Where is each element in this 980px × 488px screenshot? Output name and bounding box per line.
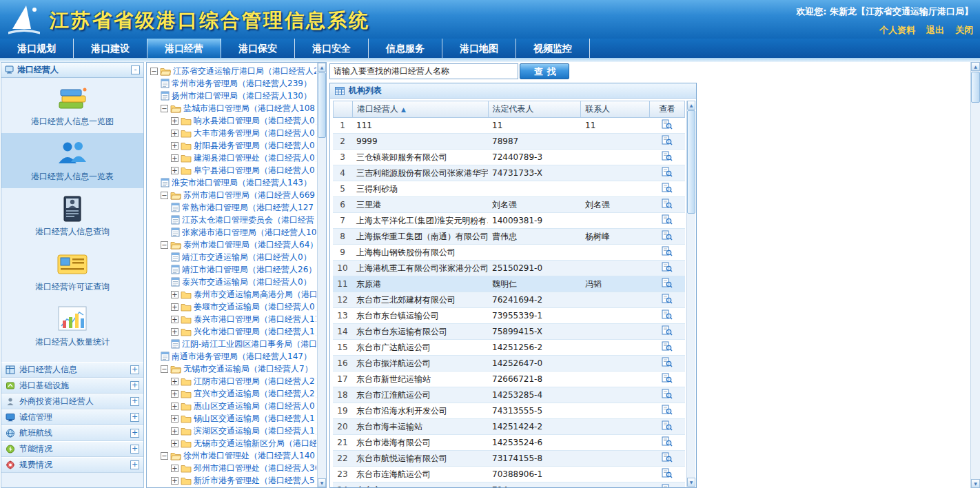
expand-button[interactable]: +	[130, 397, 139, 406]
tree-item[interactable]: +泰州市交通运输局高港分局（港口经	[148, 288, 316, 301]
expand-icon[interactable]: +	[171, 415, 178, 423]
view-icon[interactable]	[662, 407, 673, 417]
expand-button[interactable]: +	[130, 381, 139, 390]
table-row[interactable]: 6三里港刘名强刘名强	[333, 197, 685, 213]
table-row[interactable]: 18东台市江淮航运公司14253285-4	[333, 387, 685, 403]
tree-item[interactable]: +阜宁县港口管理局（港口经营人0）	[148, 164, 316, 176]
collapse-icon[interactable]: −	[161, 365, 168, 373]
expand-icon[interactable]: +	[171, 328, 178, 336]
table-row[interactable]: 19东台市沿海水利开发公司74313555-5	[333, 403, 685, 419]
tree-item[interactable]: +惠山区交通运输局（港口经营人0）	[148, 400, 316, 412]
table-row[interactable]: 3三仓镇装卸服务有限公司72440789-3	[333, 150, 685, 165]
scroll-up-icon[interactable]: ▲	[971, 62, 980, 71]
tree-item[interactable]: +响水县港口管理局（港口经营人0）	[148, 114, 316, 127]
view-icon[interactable]	[662, 154, 673, 163]
view-icon[interactable]	[662, 376, 673, 385]
scroll-up-icon[interactable]: ▲	[687, 101, 695, 110]
collapse-icon[interactable]: −	[161, 105, 168, 112]
tree-item[interactable]: +无锡市交通运输新区分局（港口经营	[148, 437, 316, 449]
expand-icon[interactable]: +	[171, 154, 178, 162]
header-link-关闭[interactable]: 关闭	[955, 25, 973, 35]
table-row[interactable]: 5三得利砂场	[333, 181, 685, 197]
sidebar-panel-节能情况[interactable]: 节能情况+	[1, 441, 143, 457]
scroll-thumb[interactable]	[318, 72, 326, 138]
tree-item[interactable]: 常熟市港口管理局（港口经营人127	[148, 201, 316, 214]
sidebar-item-港口经营人信息查询[interactable]: 港口经营人信息查询	[1, 188, 143, 243]
tree-item[interactable]: 淮安市港口管理局（港口经营人143）	[148, 176, 316, 189]
table-row[interactable]: 9上海梅山钢铁股份有限公司	[333, 245, 685, 261]
tree-item[interactable]: +新沂市港务管理处（港口经营人5）	[148, 474, 316, 487]
sidebar-item-港口经营许可证查询[interactable]: 港口经营许可证查询	[1, 243, 143, 298]
view-icon[interactable]	[662, 312, 673, 322]
tree-item[interactable]: 泰兴市交通运输局（港口经营人0）	[148, 276, 316, 288]
search-button[interactable]: 查找	[520, 63, 569, 79]
sidebar-header[interactable]: 港口经营人 -	[1, 63, 143, 78]
table-row[interactable]: 12东台市三北郊建材有限公司76241694-2	[333, 292, 685, 308]
tree-item[interactable]: −江苏省交通运输厅港口局（港口经营人200	[148, 65, 316, 77]
tab-港口地图[interactable]: 港口地图	[442, 39, 516, 58]
table-row[interactable]: 11111111	[333, 118, 685, 134]
expand-icon[interactable]: +	[171, 130, 178, 137]
tab-港口经营[interactable]: 港口经营	[147, 39, 221, 58]
collapse-icon[interactable]: −	[161, 192, 168, 199]
scroll-down-icon[interactable]: ▼	[318, 478, 326, 487]
scroll-up-icon[interactable]: ▲	[318, 63, 326, 72]
view-icon[interactable]	[662, 122, 673, 132]
expand-icon[interactable]: +	[171, 117, 178, 125]
expand-icon[interactable]: +	[171, 465, 178, 472]
page-scrollbar[interactable]: ▲ ▼	[970, 62, 980, 488]
view-icon[interactable]	[662, 233, 673, 243]
expand-icon[interactable]: +	[171, 390, 178, 398]
tree-item[interactable]: 靖江市港口管理局（港口经营人26）	[148, 263, 316, 276]
view-icon[interactable]	[662, 265, 673, 274]
tree-item[interactable]: +姜堰市交通运输局（港口经营人0）	[148, 301, 316, 313]
sidebar-panel-规费情况[interactable]: 规费情况+	[1, 457, 143, 473]
tree-item[interactable]: +江阴市港口管理局（港口经营人2）	[148, 375, 316, 387]
view-icon[interactable]	[662, 217, 673, 227]
view-icon[interactable]	[662, 138, 673, 148]
tree-item[interactable]: +建湖县港口管理处（港口经营人0）	[148, 152, 316, 164]
tab-视频监控[interactable]: 视频监控	[516, 39, 590, 58]
expand-icon[interactable]: +	[171, 440, 178, 447]
tree-item[interactable]: −徐州市港口管理处（港口经营人140）	[148, 449, 316, 462]
view-icon[interactable]	[662, 185, 673, 195]
tree-item[interactable]: +兴化市港口管理局（港口经营人1）	[148, 325, 316, 338]
tree-item[interactable]: 靖江市交通运输局（港口经营人0）	[148, 251, 316, 263]
col-header-view[interactable]: 查看	[650, 101, 684, 117]
view-icon[interactable]	[662, 487, 673, 487]
view-icon[interactable]	[662, 439, 673, 449]
view-icon[interactable]	[662, 392, 673, 401]
expand-icon[interactable]: +	[171, 167, 178, 174]
view-icon[interactable]	[662, 471, 673, 480]
sidebar-item-港口经营人数量统计[interactable]: 港口经营人数量统计	[1, 298, 143, 354]
table-row[interactable]: 22东台市航悦运输有限公司73174155-8	[333, 451, 685, 467]
expand-icon[interactable]: +	[171, 142, 178, 150]
table-row[interactable]: 14东台市台东运输有限公司75899415-X	[333, 324, 685, 340]
table-row[interactable]: 17东台市新世纪运输站72666721-8	[333, 372, 685, 387]
tree-item[interactable]: −泰州市港口管理局（港口经营人64）	[148, 238, 316, 251]
scroll-thumb[interactable]	[971, 72, 980, 103]
tree-item[interactable]: +大丰市港务管理局（港口经营人0）	[148, 127, 316, 139]
expand-button[interactable]: +	[130, 413, 139, 422]
expand-icon[interactable]: +	[171, 477, 178, 485]
scroll-down-icon[interactable]: ▼	[687, 478, 695, 487]
col-header-legal-rep[interactable]: 法定代表人	[489, 101, 582, 117]
tree-item[interactable]: +滨湖区交通运输局（港口经营人1）	[148, 425, 316, 437]
tab-港口建设[interactable]: 港口建设	[74, 39, 147, 58]
tree-scrollbar[interactable]: ▲ ▼	[317, 63, 326, 487]
table-row[interactable]: 24东台市…714…	[333, 482, 685, 487]
tree-item[interactable]: 扬州市港口管理局（港口经营人130）	[148, 90, 316, 102]
tab-港口保安[interactable]: 港口保安	[221, 39, 295, 58]
tree-item[interactable]: +邳州市港口管理处（港口经营人36）	[148, 462, 316, 474]
collapse-icon[interactable]: −	[161, 241, 168, 249]
view-icon[interactable]	[662, 344, 673, 354]
expand-icon[interactable]: +	[171, 378, 178, 385]
tree-item[interactable]: +射阳县港务管理局（港口经营人0）	[148, 139, 316, 152]
sidebar-item-港口经营人信息一览图[interactable]: 港口经营人信息一览图	[1, 78, 143, 133]
expand-icon[interactable]: +	[171, 403, 178, 410]
expand-icon[interactable]: +	[171, 427, 178, 435]
header-link-退出[interactable]: 退出	[926, 25, 944, 35]
expand-button[interactable]: +	[130, 460, 139, 469]
view-icon[interactable]	[662, 296, 673, 306]
table-row[interactable]: 20东台市海丰运输站14251424-2	[333, 419, 685, 435]
